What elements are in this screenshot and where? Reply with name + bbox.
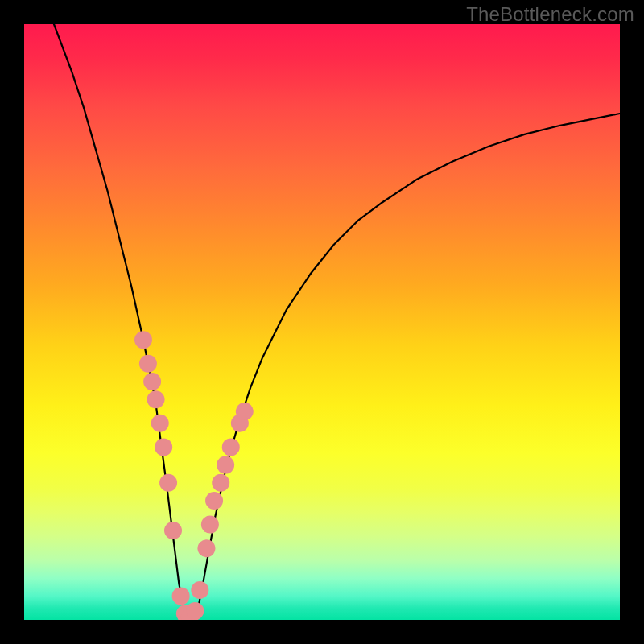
sample-dot xyxy=(147,390,165,408)
chart-svg xyxy=(24,24,620,620)
sample-dot xyxy=(186,602,204,620)
sample-dot xyxy=(139,355,157,373)
sample-dot xyxy=(155,438,172,456)
sample-dot xyxy=(201,516,219,534)
bottleneck-curve xyxy=(54,24,620,617)
sample-dot xyxy=(222,438,240,456)
plot-area xyxy=(24,24,620,620)
chart-frame: TheBottleneck.com xyxy=(0,0,644,644)
sample-dot xyxy=(151,415,169,432)
sample-dot xyxy=(236,402,254,420)
sample-dot xyxy=(143,373,161,390)
sample-dot xyxy=(212,474,229,492)
sample-dot xyxy=(134,331,152,349)
sample-dot xyxy=(205,492,223,510)
sample-dot xyxy=(217,456,234,474)
sample-dot xyxy=(172,587,190,605)
sample-dot xyxy=(164,522,182,539)
sample-dot xyxy=(159,474,177,492)
sample-dot xyxy=(191,581,208,599)
sample-dots-group xyxy=(134,331,254,620)
sample-dot xyxy=(197,539,215,557)
watermark-text: TheBottleneck.com xyxy=(466,3,634,26)
